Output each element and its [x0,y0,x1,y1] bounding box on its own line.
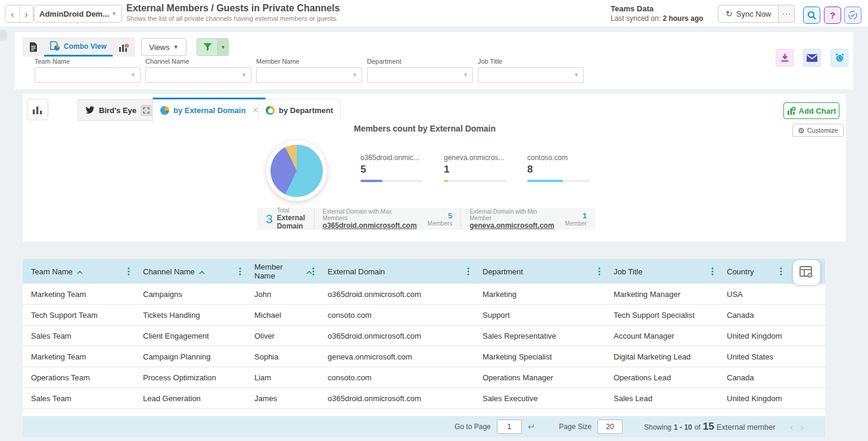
column-header-team-name[interactable]: Team Name [23,259,135,284]
chart-tab-label: Bird's Eye [99,106,136,115]
page-size-label: Page Size [559,423,592,431]
filter-group-department: Department▼ [367,58,473,83]
last-synced-text: Last synced on: 2 hours ago [611,14,703,23]
history-nav: ‹ › [5,5,33,23]
goto-page-label: Go to Page [455,423,491,431]
chart-tab-by-department[interactable]: by Department [258,99,341,121]
max-domain-link[interactable]: o365droid.onmicrosoft.com [323,221,417,230]
tab-combo-view[interactable]: Combo View [44,37,113,57]
forward-button[interactable]: › [19,5,33,22]
chart-list-button[interactable] [27,99,48,120]
chart-tab-birds-eye[interactable]: Bird's Eye [77,99,160,121]
column-menu-icon[interactable] [780,267,782,276]
cell-channel-name: Campaign Planning [135,346,246,367]
chart-card: Bird's Eye by External Domain ✕ by Depar… [23,94,846,242]
cell-team-name: Sales Team [23,326,135,346]
cell-team-name: Marketing Team [23,284,135,304]
min-domain-link[interactable]: geneva.onmicrosoft.com [469,221,554,230]
cell-team-name: Operations Team [23,367,135,387]
column-menu-icon[interactable] [711,267,714,276]
column-chooser-button[interactable] [793,260,820,285]
sort-asc-icon[interactable] [199,267,205,276]
cell-country: United States [718,346,787,367]
goto-page-submit-icon[interactable]: ↵ [528,421,536,432]
filter-select-channel-name[interactable]: ▼ [145,67,251,83]
sync-group: ↻ Sync Now ··· [718,5,795,23]
views-dropdown-button[interactable]: Views ▼ [141,38,186,56]
table-row[interactable]: Sales TeamClient EngagementOlivero365dro… [23,326,825,346]
filter-select-department[interactable]: ▼ [367,67,473,83]
page-nav: ‹ › [790,422,804,432]
sync-now-button[interactable]: ↻ Sync Now [718,5,779,23]
schedule-alert-button[interactable] [830,49,848,67]
column-label: Channel Name [143,267,195,276]
chart-tab-by-external-domain[interactable]: by External Domain ✕ [153,98,266,121]
help-button[interactable]: ? [824,7,841,24]
cell-member-name: John [246,284,319,304]
column-header-country[interactable]: Country [718,259,787,284]
org-selector-dropdown[interactable]: AdminDroid Dem... ▼ [34,5,122,23]
search-icon [807,11,817,20]
filter-button[interactable] [197,39,217,55]
back-button[interactable]: ‹ [5,5,19,22]
cell-member-name: Michael [246,305,319,325]
filter-select-team-name[interactable]: ▼ [35,67,141,83]
filter-select-job-title[interactable]: ▼ [478,67,584,83]
close-icon[interactable]: ✕ [252,106,258,114]
prev-page-button[interactable]: ‹ [790,422,794,432]
cell-channel-name: Client Engagement [135,326,246,346]
column-header-channel-name[interactable]: Channel Name [135,259,246,284]
search-button[interactable] [803,7,820,24]
table-row[interactable]: Marketing TeamCampaignsJohno365droid.onm… [23,284,825,305]
chart-view-icon [119,42,129,52]
column-header-external-domain[interactable]: External Domain [319,259,474,284]
add-chart-button[interactable]: Add Chart [783,102,839,119]
table-body: Marketing TeamCampaignsJohno365droid.onm… [23,284,825,409]
cell-job-title: Tech Support Specialist [605,305,718,325]
legend-bar-fill [444,180,448,182]
column-menu-icon[interactable] [467,267,469,276]
cell-channel-name: Tickets Handling [135,305,246,325]
export-download-button[interactable] [776,49,794,67]
column-menu-icon[interactable] [312,267,315,276]
min-members-label: External Domain with Min Member [469,208,554,221]
table-row[interactable]: Operations TeamProcess OptimizationLiamc… [23,367,825,388]
column-header-department[interactable]: Department [474,259,605,284]
column-menu-icon[interactable] [598,267,601,276]
table-row[interactable]: Tech Support TeamTickets HandlingMichael… [23,305,825,326]
schedule-button[interactable] [844,7,861,24]
pie-chart-icon [160,106,169,115]
cell-job-title: Account Manager [605,326,718,346]
bird-icon [85,106,95,114]
column-menu-icon[interactable] [127,267,130,276]
sync-more-button[interactable]: ··· [779,5,795,23]
donut-chart-icon [266,106,275,115]
table-row[interactable]: Marketing TeamCampaign PlanningSophiagen… [23,346,825,367]
legend-value: 1 [444,164,509,176]
filter-dropdown-button[interactable]: ▼ [217,39,228,55]
sidebar-collapse-handle[interactable] [0,30,7,40]
legend-bar-fill [360,180,382,182]
chart-tab-label: by External Domain [173,106,245,115]
tab-chart-view[interactable] [113,37,135,57]
chevron-down-icon: ▼ [574,72,579,78]
column-menu-icon[interactable] [239,267,241,276]
expand-icon[interactable] [141,105,152,116]
sort-asc-icon[interactable] [77,267,83,276]
filter-label: Channel Name [145,58,251,65]
filter-select-member-name[interactable]: ▼ [256,67,362,83]
sort-asc-icon[interactable] [306,267,312,276]
email-report-button[interactable] [803,49,821,67]
page-size-input[interactable] [598,420,623,434]
column-header-job-title[interactable]: Job Title [605,259,718,284]
column-header-member-name[interactable]: Member Name [246,259,319,284]
column-label: Member Name [254,262,302,280]
legend-value: 5 [360,164,426,176]
next-page-button[interactable]: › [800,422,804,432]
table-row[interactable]: Sales TeamLead GenerationJameso365droid.… [23,388,825,409]
tab-table-view[interactable] [23,37,44,57]
goto-page-input[interactable] [497,420,522,434]
pie-chart[interactable] [270,145,323,197]
cell-job-title: Digital Marketing Lead [605,346,718,367]
filter-label: Job Title [478,58,584,65]
